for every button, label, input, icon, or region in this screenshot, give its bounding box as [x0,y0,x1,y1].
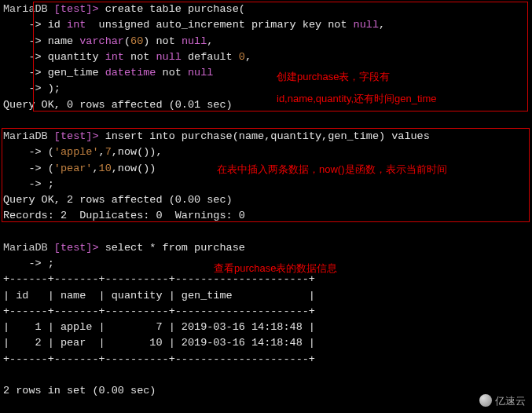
query-result: Query OK, 2 rows affected (0.00 sec) [3,192,529,208]
query-result: Query OK, 0 rows affected (0.01 sec) [3,97,529,113]
term-line: MariaDB [test]> select * from purchase [3,240,529,256]
table-rule: +------+-------+----------+-------------… [3,304,529,320]
table-header: | id | name | quantity | gen_time | [3,288,529,304]
term-line: -> ('apple',7,now()), [3,144,529,160]
watermark-text: 亿速云 [495,393,526,409]
term-line: -> id int unsigned auto_increment primar… [3,17,529,33]
prompt-path: [test]> [54,3,99,15]
sql-text: create table purchase( [99,3,245,15]
watermark: 亿速云 [479,393,526,409]
prompt-db: MariaDB [3,3,48,15]
term-line: -> name varchar(60) not null, [3,34,529,49]
query-result: 2 rows in set (0.00 sec) [3,383,529,399]
term-line: -> gen_time datetime not null [3,65,529,81]
table-rule: +------+-------+----------+-------------… [3,272,529,287]
term-line: MariaDB [test]> create table purchase( [3,2,529,17]
table-row: | 1 | apple | 7 | 2019-03-16 14:18:48 | [3,320,529,335]
query-result: Records: 2 Duplicates: 0 Warnings: 0 [3,208,529,224]
watermark-logo-icon [479,394,492,407]
term-line: -> ('pear',10,now()) [3,161,529,177]
term-line: MariaDB [test]> insert into purchase(nam… [3,129,529,144]
term-line: -> quantity int not null default 0, [3,49,529,65]
term-line: -> ; [3,177,529,192]
table-rule: +------+-------+----------+-------------… [3,352,529,367]
term-line: -> ; [3,256,529,272]
term-line: -> ); [3,81,529,97]
table-row: | 2 | pear | 10 | 2019-03-16 14:18:48 | [3,335,529,351]
